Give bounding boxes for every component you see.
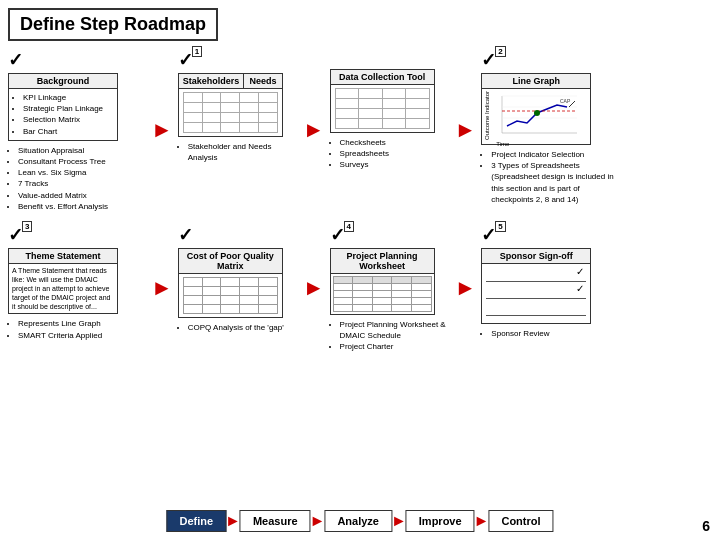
- signoff-line-2: ✓: [486, 285, 586, 299]
- background-col: ✓ Background KPI Linkage Strategic Plan …: [8, 49, 146, 212]
- data-collection-lower-bullets: Checksheets Spreadsheets Surveys: [330, 137, 450, 171]
- ppw-bullets: Project Planning Worksheet & DMAIC Sched…: [340, 319, 450, 353]
- theme-statement-card: Theme Statement A Theme Statement that r…: [8, 248, 118, 314]
- page-title: Define Step Roadmap: [8, 8, 218, 41]
- dc3: Surveys: [340, 159, 450, 170]
- b3: Lean vs. Six Sigma: [18, 167, 146, 178]
- sponsor-card: Sponsor Sign-off ✓ ✓: [481, 248, 591, 324]
- background-card: Background KPI Linkage Strategic Plan Li…: [8, 73, 118, 141]
- stakeholders-header: Stakeholders Needs: [179, 74, 282, 89]
- checkmark-copq: ✓: [178, 224, 193, 246]
- line-graph-bullets: Project Indicator Selection 3 Types of S…: [491, 149, 619, 205]
- svg-point-8: [534, 110, 540, 116]
- stakeholders-check-row: ✓ 1: [178, 49, 298, 71]
- stakeholders-body: [179, 89, 282, 136]
- nav-improve[interactable]: Improve: [406, 510, 475, 532]
- checkmark-theme: ✓: [8, 224, 23, 246]
- line-graph-card: Line Graph Outcome Indicator: [481, 73, 591, 145]
- nav-arrow-1: ►: [225, 512, 241, 530]
- theme-check-row: ✓ 3: [8, 224, 146, 246]
- pp1: Project Planning Worksheet & DMAIC Sched…: [340, 319, 450, 341]
- badge-3: 3: [22, 221, 32, 232]
- copq-col: ✓ Cost of Poor QualityMatrix: [178, 224, 298, 333]
- badge-1: 1: [192, 46, 202, 57]
- background-check-row: ✓: [8, 49, 146, 71]
- dc2: Spreadsheets: [340, 148, 450, 159]
- data-collection-card: Data Collection Tool: [330, 69, 435, 133]
- checkmark-ppw: ✓: [330, 224, 345, 246]
- arrow-1: ►: [151, 117, 173, 143]
- main-content: ✓ Background KPI Linkage Strategic Plan …: [8, 49, 712, 352]
- line-graph-check-row: ✓ 2: [481, 49, 619, 71]
- sponsor-col: ✓ 5 Sponsor Sign-off ✓ ✓: [481, 224, 619, 339]
- bullet-kpi: KPI Linkage: [23, 92, 113, 103]
- sponsor-check-row: ✓ 5: [481, 224, 619, 246]
- b6: Benefit vs. Effort Analysis: [18, 201, 146, 212]
- badge-2: 2: [495, 46, 505, 57]
- page-number: 6: [702, 518, 710, 534]
- stakeholders-col: ✓ 1 Stakeholders Needs: [178, 49, 298, 163]
- copq-check-row: ✓: [178, 224, 298, 246]
- sr1: Sponsor Review: [491, 328, 619, 339]
- background-body: KPI Linkage Strategic Plan Linkage Selec…: [9, 89, 117, 140]
- bullet-bar: Bar Chart: [23, 126, 113, 137]
- arrow-5: ►: [303, 275, 325, 301]
- nav-arrow-4: ►: [474, 512, 490, 530]
- pp2: Project Charter: [340, 341, 450, 352]
- nav-define[interactable]: Define: [166, 510, 226, 532]
- nav-analyze[interactable]: Analyze: [324, 510, 392, 532]
- theme-statement-body: A Theme Statement that reads like: We wi…: [9, 264, 117, 313]
- copq-bullets: COPQ Analysis of the 'gap': [188, 322, 298, 333]
- b4: 7 Tracks: [18, 178, 146, 189]
- checkmark-background: ✓: [8, 49, 23, 71]
- checkmark-line-graph: ✓: [481, 49, 496, 71]
- signoff-line-1: ✓: [486, 268, 586, 282]
- sponsor-header: Sponsor Sign-off: [482, 249, 590, 264]
- data-collection-grid: [335, 88, 430, 129]
- theme-statement-header: Theme Statement: [9, 249, 117, 264]
- theme-bullets: Represents Line Graph SMART Criteria App…: [18, 318, 146, 340]
- needs-h2: Needs: [244, 74, 281, 89]
- checkmark-sponsor: ✓: [481, 224, 496, 246]
- x-axis-label: Time: [496, 141, 588, 147]
- background-bullets-top: KPI Linkage Strategic Plan Linkage Selec…: [23, 92, 113, 137]
- copq-body: [179, 274, 282, 317]
- ppw-grid: [333, 276, 432, 312]
- arrow-4: ►: [151, 275, 173, 301]
- data-collection-header: Data Collection Tool: [331, 70, 434, 85]
- dc1: Checksheets: [340, 137, 450, 148]
- nav-arrow-2: ►: [310, 512, 326, 530]
- stakeholders-h1: Stakeholders: [179, 74, 245, 89]
- stakeholders-bullets-bottom: Stakeholder and Needs Analysis: [188, 141, 298, 163]
- nav-control[interactable]: Control: [488, 510, 553, 532]
- line-graph-svg: CAP: [492, 91, 580, 141]
- y-axis-label: Outcome Indicator: [484, 91, 490, 140]
- ts1: Represents Line Graph: [18, 318, 146, 329]
- theme-lower-bullets: Represents Line Graph SMART Criteria App…: [8, 318, 146, 340]
- nav-bar: Define ► Measure ► Analyze ► Improve ► C…: [166, 510, 553, 532]
- ppw-col: ✓ 4 Project PlanningWorksheet: [330, 224, 450, 353]
- background-lower-bullets: Situation Appraisal Consultant Process T…: [8, 145, 146, 212]
- badge-5: 5: [495, 221, 505, 232]
- arrow-3: ►: [455, 117, 477, 143]
- data-collection-bullets: Checksheets Spreadsheets Surveys: [340, 137, 450, 171]
- copq-lower-bullets: COPQ Analysis of the 'gap': [178, 322, 298, 333]
- nav-measure[interactable]: Measure: [240, 510, 311, 532]
- copq-header: Cost of Poor QualityMatrix: [179, 249, 282, 274]
- data-collection-check-row: [330, 49, 450, 67]
- svg-text:CAP: CAP: [560, 98, 571, 104]
- cq1: COPQ Analysis of the 'gap': [188, 322, 298, 333]
- stakeholders-grid: [183, 92, 278, 133]
- row-2: ✓ 3 Theme Statement A Theme Statement th…: [8, 224, 712, 353]
- line-graph-header: Line Graph: [482, 74, 590, 89]
- lg2: 3 Types of Spreadsheets (Spreadsheet des…: [491, 160, 619, 205]
- line-graph-content: Outcome Indicator: [484, 91, 588, 141]
- background-bullets-bottom: Situation Appraisal Consultant Process T…: [18, 145, 146, 212]
- bullet-selection: Selection Matrix: [23, 114, 113, 125]
- ts2: SMART Criteria Applied: [18, 330, 146, 341]
- b2: Consultant Process Tree: [18, 156, 146, 167]
- line-graph-inner: Outcome Indicator: [482, 89, 590, 144]
- line-graph-lower-bullets: Project Indicator Selection 3 Types of S…: [481, 149, 619, 205]
- signoff-check-1: ✓: [576, 266, 584, 277]
- sponsor-lower-bullets: Sponsor Review: [481, 328, 619, 339]
